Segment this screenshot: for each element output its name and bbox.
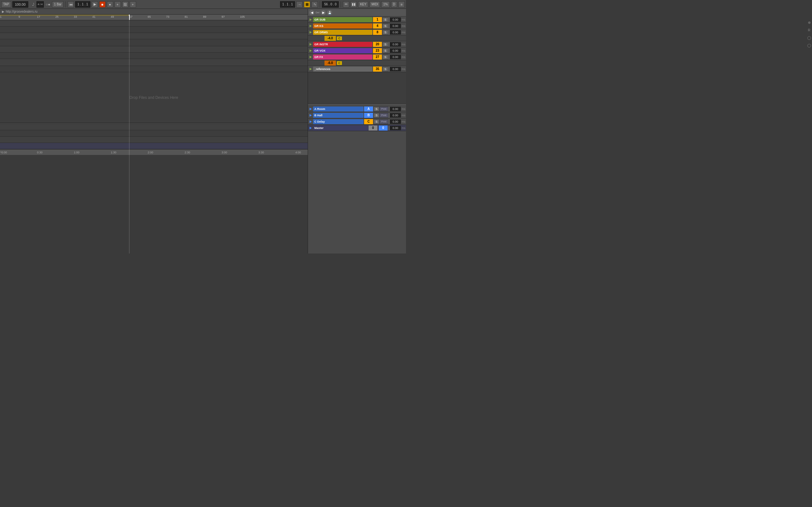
forward-btn[interactable]: ▶ xyxy=(321,10,326,15)
track-item-gr-instr: GR INSTR 20 S 0.00 ms xyxy=(308,41,406,48)
track-headers-panel: ◀ Del ▶ 💾 GR SUB 1 S 0.00 ms GR KS 4 S 0… xyxy=(308,9,406,253)
b-hall-ms: ms xyxy=(401,114,406,117)
track-item-gr-ks: GR KS 4 S 0.00 ms xyxy=(308,23,406,29)
references-play[interactable] xyxy=(308,66,313,72)
a-room-s[interactable]: S xyxy=(374,107,379,111)
send-track-row xyxy=(0,130,308,136)
gr-drms-fader xyxy=(389,30,390,35)
loop-arrow-btn[interactable]: → xyxy=(296,1,303,8)
gr-fx-c-btn[interactable]: C xyxy=(337,61,342,65)
grid-btn[interactable]: ▦ xyxy=(304,1,310,8)
b-hall-vol: 0.00 xyxy=(390,113,401,118)
gr-sub-s[interactable]: S xyxy=(383,17,388,22)
stop-btn[interactable]: ■ xyxy=(99,1,106,8)
b-hall-post[interactable]: Post xyxy=(379,113,388,118)
gr-instr-fader xyxy=(389,42,390,47)
back-btn[interactable]: ◀ xyxy=(309,10,314,15)
c-delay-post[interactable]: Post xyxy=(379,119,388,124)
position-display: 1 . 1 . 1 xyxy=(75,1,90,8)
play-icon xyxy=(310,31,312,34)
gr-drms-play[interactable] xyxy=(308,30,313,35)
gr-vox-num: 23 xyxy=(373,48,382,53)
url-text: http://groovedealers.ru xyxy=(6,10,38,13)
add-btn[interactable]: + xyxy=(114,1,121,8)
save-btn[interactable]: 💾 xyxy=(327,10,332,15)
gr-fx-play[interactable] xyxy=(308,55,313,60)
playhead xyxy=(129,14,130,20)
metronome-icon: 𝅘𝅥𝅮 xyxy=(30,2,35,7)
locator-bar: ▶ http://groovedealers.ru xyxy=(0,9,308,14)
gr-drms-sub-row: -4.0 C xyxy=(308,36,406,41)
main-area: ▶ http://groovedealers.ru 1 9 17 25 33 4… xyxy=(0,9,406,253)
curve-btn[interactable]: ∿ xyxy=(311,1,318,8)
b-hall-s[interactable]: S xyxy=(374,113,379,118)
a-room-ms: ms xyxy=(401,107,406,111)
loop-mode-icon[interactable]: ○● xyxy=(45,2,51,7)
gr-vox-fader xyxy=(389,49,390,53)
top-toolbar: TAP 𝅘𝅥𝅮 4 / 4 ○● 1 Bar ⏮ 1 . 1 . 1 ▶ ■ ●… xyxy=(0,0,406,9)
sep1 xyxy=(65,1,66,8)
gr-sub-play[interactable] xyxy=(308,17,313,22)
midi-btn[interactable]: MIDI xyxy=(369,1,380,8)
gr-sub-ms: ms xyxy=(401,18,406,21)
references-vol: 0.00 xyxy=(390,67,401,71)
references-s[interactable]: S xyxy=(383,67,388,71)
d-btn[interactable]: D xyxy=(391,1,397,8)
drop-zone-text: Drop Files and Devices Here xyxy=(130,95,178,100)
gr-vox-s[interactable]: S xyxy=(383,49,388,53)
gr-instr-s[interactable]: S xyxy=(383,42,388,47)
link-btn[interactable]: ⛓ xyxy=(122,1,129,8)
track-item-gr-drms-group: GR DRMS 8 S 0.00 ms -4.0 C xyxy=(308,29,406,41)
pencil-btn[interactable]: ✏ xyxy=(343,1,349,8)
time-30: 0:30 xyxy=(37,151,43,154)
gr-drms-vol: 0.00 xyxy=(390,30,401,35)
gr-drms-c-btn[interactable]: C xyxy=(337,36,342,41)
gr-fx-num: 27 xyxy=(373,55,382,60)
track-item-b-hall: B Hall B S Post 0.00 ms xyxy=(308,112,406,118)
track-item-gr-vox: GR VOX 23 S 0.00 ms xyxy=(308,48,406,54)
track-row xyxy=(0,53,308,59)
bar-select[interactable]: 1 Bar xyxy=(52,1,63,8)
gr-instr-play[interactable] xyxy=(308,42,313,47)
a-room-post[interactable]: Post xyxy=(379,107,388,111)
b-hall-name: B Hall xyxy=(313,113,363,118)
zoom-display: 1% xyxy=(381,1,390,8)
master-fader xyxy=(389,126,390,130)
master-play[interactable] xyxy=(308,125,313,130)
track-item-references: _references 35 S 0.00 ms xyxy=(308,66,406,72)
track-row xyxy=(0,66,308,72)
play-btn[interactable]: ▶ xyxy=(92,1,98,8)
c-delay-ms: ms xyxy=(401,120,406,123)
gr-ks-play[interactable] xyxy=(308,23,313,29)
menu-btn[interactable]: ≡ xyxy=(398,1,405,8)
references-fader xyxy=(389,67,390,71)
key-btn[interactable]: KEY xyxy=(358,1,368,8)
track-row xyxy=(0,26,308,33)
tap-button[interactable]: TAP xyxy=(1,1,11,8)
empty-drop-area[interactable]: Drop Files and Devices Here xyxy=(0,72,308,123)
a-room-name: A Room xyxy=(313,107,363,112)
play-icon xyxy=(310,18,312,21)
track-row xyxy=(0,39,308,46)
track-area[interactable]: Drop Files and Devices Here *0:00 0:30 1… xyxy=(0,20,308,253)
gr-ks-name: GR KS xyxy=(313,23,372,29)
c-delay-s[interactable]: S xyxy=(374,119,379,124)
gr-vox-play[interactable] xyxy=(308,48,313,53)
record-btn[interactable]: ● xyxy=(107,1,113,8)
b-hall-play[interactable] xyxy=(308,113,313,118)
plus2-btn[interactable]: + xyxy=(130,1,136,8)
cpu-btn[interactable]: ▮▮ xyxy=(351,1,357,8)
gr-drms-s[interactable]: S xyxy=(383,30,388,35)
gr-fx-vol: 0.00 xyxy=(390,55,401,59)
master-vol-l: 0 xyxy=(368,125,377,130)
gr-fx-s[interactable]: S xyxy=(383,55,388,59)
track-row xyxy=(0,20,308,26)
gr-ks-s[interactable]: S xyxy=(383,24,388,28)
gr-ks-num: 4 xyxy=(373,23,382,29)
time-sig-display: 4 / 4 xyxy=(37,1,44,8)
skip-back-btn[interactable]: ⏮ xyxy=(67,1,74,8)
gr-sub-vol: 0.00 xyxy=(390,17,401,22)
tempo-input[interactable] xyxy=(12,1,28,8)
a-room-play[interactable] xyxy=(308,107,313,112)
c-delay-play[interactable] xyxy=(308,119,313,124)
